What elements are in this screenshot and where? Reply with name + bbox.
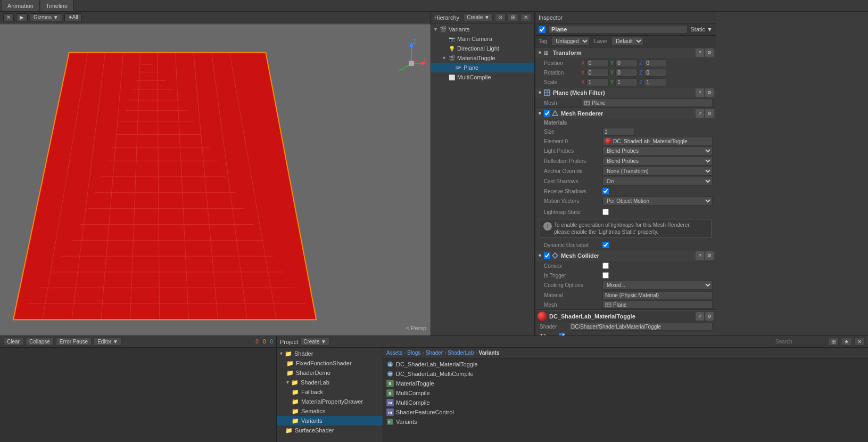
mesh-renderer-header[interactable]: ▼ Mesh Renderer ? ⚙ xyxy=(535,108,716,119)
hierarchy-search-btn[interactable]: ⊙ xyxy=(495,13,506,21)
pos-z-input[interactable] xyxy=(644,59,666,67)
project-tree-sematics[interactable]: 📁 Sematics xyxy=(277,406,383,416)
hierarchy-item-material-toggle[interactable]: ▼ 🎬 MaterialToggle xyxy=(431,53,534,63)
project-tree-shaderlab[interactable]: ▼ 📁 ShaderLab xyxy=(277,378,383,387)
shader-mat-settings-btn[interactable]: ⚙ xyxy=(705,312,714,321)
dynamic-occluded-checkbox[interactable] xyxy=(602,242,609,248)
scene-close-btn[interactable]: ✕ xyxy=(3,13,14,21)
breadcrumb: Assets › Blogs › Shader › ShaderLab › Va… xyxy=(383,348,868,358)
project-tree-shader[interactable]: ▼ 📁 Shader xyxy=(277,349,383,358)
mesh-collider-enabled[interactable] xyxy=(544,252,550,259)
shader-mat-info-btn[interactable]: ? xyxy=(696,312,704,321)
mesh-collider-info-btn[interactable]: ? xyxy=(696,251,704,260)
anchor-override-select[interactable]: None (Transform) xyxy=(602,167,713,176)
object-name-input[interactable] xyxy=(549,25,688,34)
collapse-btn[interactable]: Collapse xyxy=(26,338,54,346)
hierarchy-item-dir-light[interactable]: 💡 Directional Light xyxy=(431,44,534,53)
project-close-btn[interactable]: ✕ xyxy=(854,338,865,346)
cooking-options-select[interactable]: Mixed... xyxy=(602,281,713,290)
shader-input[interactable] xyxy=(569,323,713,331)
object-active-checkbox[interactable] xyxy=(539,26,545,33)
pos-y-input[interactable] xyxy=(615,59,638,67)
mesh-filter-settings-btn[interactable]: ⚙ xyxy=(705,88,714,97)
cast-shadows-select[interactable]: On xyxy=(602,177,713,186)
mesh-collider-header[interactable]: ▼ Mesh Collider ? ⚙ xyxy=(535,250,716,261)
mesh-renderer-enabled[interactable] xyxy=(544,110,550,117)
error-count: 0 xyxy=(255,339,259,345)
file-item-multicompile-m[interactable]: m MultiCompile xyxy=(383,398,868,407)
layer-select[interactable]: Default xyxy=(611,37,643,46)
breadcrumb-shaderlab[interactable]: ShaderLab xyxy=(448,350,474,356)
tag-select[interactable]: Untagged xyxy=(551,37,590,46)
scale-y-input[interactable] xyxy=(615,78,638,86)
project-tree-variants[interactable]: 📁 Variants xyxy=(277,416,383,425)
transform-info-btn[interactable]: ? xyxy=(696,48,704,57)
error-pause-btn[interactable]: Error Pause xyxy=(56,338,92,346)
project-tree-fallback[interactable]: 📁 Fallback xyxy=(277,387,383,397)
scene-viewport[interactable]: Z X Y < Persp xyxy=(0,23,431,335)
svg-rect-47 xyxy=(584,101,590,105)
file-item-dc-multicompile[interactable]: dc DC_ShaderLab_MultiCompile xyxy=(383,369,868,379)
mesh-renderer-info-btn[interactable]: ? xyxy=(696,109,704,118)
mesh-filter-header[interactable]: ▼ Plane (Mesh Filter) ? ⚙ xyxy=(535,87,716,98)
project-create-btn[interactable]: Create ▼ xyxy=(300,338,329,346)
transform-header[interactable]: ▼ ⊞ Transform ? ⚙ xyxy=(535,47,716,58)
svg-rect-43 xyxy=(456,67,461,70)
hierarchy-close-btn[interactable]: ✕ xyxy=(520,13,531,21)
clear-btn[interactable]: Clear xyxy=(3,338,23,346)
light-probes-select[interactable]: Blend Probes xyxy=(602,146,713,155)
timeline-tab[interactable]: Timeline xyxy=(40,0,73,11)
file-item-variants-scene[interactable]: v Variants xyxy=(383,417,868,427)
hierarchy-label-multicompile: MultiCompile xyxy=(457,74,491,80)
project-tree-matpropdrawer[interactable]: 📁 MaterialPropertyDrawer xyxy=(277,397,383,406)
hierarchy-create-btn[interactable]: Create ▼ xyxy=(464,13,493,21)
scale-z-input[interactable] xyxy=(644,78,666,86)
scale-x-input[interactable] xyxy=(586,78,609,86)
pos-x-input[interactable] xyxy=(586,59,609,67)
mesh-collider-settings-btn[interactable]: ⚙ xyxy=(705,251,714,260)
convex-checkbox[interactable] xyxy=(602,263,609,269)
transform-settings-btn[interactable]: ⚙ xyxy=(705,48,714,57)
project-tree-surfaceshader[interactable]: 📁 SurfaceShader xyxy=(277,425,383,435)
file-item-multicompile-s[interactable]: S MultiCompile xyxy=(383,388,868,398)
hierarchy-expand-btn[interactable]: ⊞ xyxy=(508,13,518,21)
rot-x-input[interactable] xyxy=(586,69,609,77)
file-item-dc-materialtoggle[interactable]: dc DC_ShaderLab_MaterialToggle xyxy=(383,359,868,369)
size-label: Size xyxy=(544,129,602,135)
motion-vectors-select[interactable]: Per Object Motion xyxy=(602,197,713,206)
gizmos-btn[interactable]: Gizmos ▼ xyxy=(30,13,62,21)
project-tree-shaderdemo[interactable]: 📁 ShaderDemo xyxy=(277,368,383,378)
size-input[interactable] xyxy=(602,128,634,136)
is-trigger-checkbox[interactable] xyxy=(602,272,609,279)
rot-y-input[interactable] xyxy=(615,69,638,77)
project-tree-fixedfunction[interactable]: 📁 FixedFunctionShader xyxy=(277,358,383,368)
mesh-filter-component: ▼ Plane (Mesh Filter) ? ⚙ xyxy=(535,87,716,108)
breadcrumb-shader[interactable]: Shader xyxy=(426,350,443,356)
breadcrumb-blogs[interactable]: Blogs xyxy=(407,350,420,356)
receive-shadows-checkbox[interactable] xyxy=(602,188,609,194)
scene-camera-btn[interactable]: ▶ xyxy=(16,13,28,21)
shader-material-header[interactable]: DC_ShaderLab_MaterialToggle ? ⚙ xyxy=(535,310,716,322)
animation-tab[interactable]: Animation xyxy=(2,0,39,11)
breadcrumb-assets[interactable]: Assets xyxy=(386,350,402,356)
reflection-probes-select[interactable]: Blend Probes xyxy=(602,157,713,166)
project-icons-btn[interactable]: ⊞ xyxy=(828,338,839,346)
inspector-panel: Inspector Static ▼ Tag Untagged xyxy=(535,12,716,335)
mesh-filter-info-btn[interactable]: ? xyxy=(696,88,704,97)
editor-btn[interactable]: Editor ▼ xyxy=(94,338,122,346)
receive-shadows-label: Receive Shadows xyxy=(544,189,602,194)
hierarchy-item-plane[interactable]: Plane xyxy=(431,63,534,72)
project-star-btn[interactable]: ★ xyxy=(841,338,852,346)
hierarchy-item-variants[interactable]: ▼ 🎬 Variants xyxy=(431,24,534,34)
console-content xyxy=(0,348,276,442)
mesh-renderer-settings-btn[interactable]: ⚙ xyxy=(705,109,714,118)
file-item-shaderfeature[interactable]: m ShaderFeatureControl xyxy=(383,407,868,417)
lightmap-static-checkbox[interactable] xyxy=(602,209,609,215)
all-btn[interactable]: ✦All xyxy=(64,13,82,21)
file-item-materialtoggle[interactable]: S MaterialToggle xyxy=(383,379,868,388)
project-search-input[interactable] xyxy=(773,338,826,346)
element0-label: Element 0 xyxy=(544,138,602,144)
hierarchy-item-multicompile[interactable]: ⬜ MultiCompile xyxy=(431,72,534,82)
hierarchy-item-main-camera[interactable]: 📷 Main Camera xyxy=(431,34,534,44)
rot-z-input[interactable] xyxy=(644,69,666,77)
